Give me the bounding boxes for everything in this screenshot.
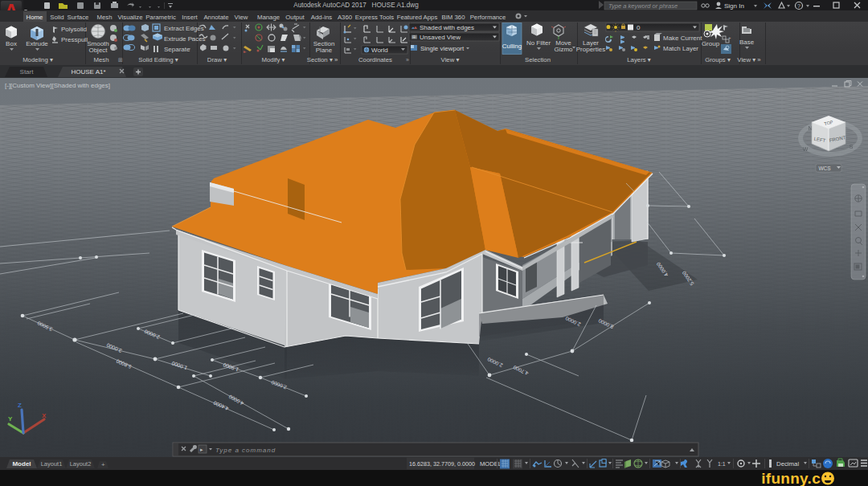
svg-text:Gizmo: Gizmo bbox=[554, 46, 573, 53]
svg-text:⊞: ⊞ bbox=[412, 35, 416, 39]
svg-text:Add-ins: Add-ins bbox=[311, 14, 333, 21]
svg-text:Shaded with edges: Shaded with edges bbox=[420, 24, 474, 31]
svg-text:Object: Object bbox=[88, 47, 108, 54]
svg-text:World: World bbox=[371, 47, 388, 54]
svg-text:Solid: Solid bbox=[50, 14, 63, 21]
svg-text:A360: A360 bbox=[338, 14, 353, 21]
svg-text:Model: Model bbox=[12, 460, 31, 468]
svg-text:MODEL: MODEL bbox=[480, 460, 502, 468]
svg-text:WCS: WCS bbox=[818, 165, 831, 171]
svg-text:Box: Box bbox=[6, 40, 17, 47]
svg-text:Decimal: Decimal bbox=[776, 460, 799, 468]
svg-text:1:1: 1:1 bbox=[718, 461, 726, 467]
svg-text:Featured Apps: Featured Apps bbox=[397, 14, 438, 21]
svg-text:Modeling ▾: Modeling ▾ bbox=[23, 56, 53, 63]
svg-text:No Filter: No Filter bbox=[526, 39, 551, 47]
svg-text:HOUSE A1*: HOUSE A1* bbox=[71, 68, 105, 76]
svg-text:S: S bbox=[850, 144, 854, 149]
svg-text:Presspull: Presspull bbox=[61, 36, 88, 43]
svg-text:Culling: Culling bbox=[502, 43, 522, 50]
svg-text:BIM 360: BIM 360 bbox=[441, 14, 465, 21]
svg-text:Group: Group bbox=[702, 40, 720, 47]
svg-text:16.6283, 32.7709, 0.0000: 16.6283, 32.7709, 0.0000 bbox=[409, 460, 475, 468]
svg-text:Output: Output bbox=[285, 14, 305, 21]
svg-text:Section ▾ »: Section ▾ » bbox=[307, 56, 338, 63]
svg-text:Y: Y bbox=[8, 415, 13, 423]
svg-text:View ▾ »: View ▾ » bbox=[737, 56, 761, 63]
svg-text:Make Current: Make Current bbox=[663, 35, 702, 42]
svg-text:Start: Start bbox=[20, 68, 35, 76]
svg-text:Layers ▾: Layers ▾ bbox=[627, 56, 651, 63]
svg-text:Layout2: Layout2 bbox=[70, 460, 92, 468]
svg-text:Layout1: Layout1 bbox=[41, 460, 63, 468]
svg-text:Mesh: Mesh bbox=[93, 56, 108, 63]
svg-text:+: + bbox=[728, 35, 731, 40]
svg-text:Polysolid: Polysolid bbox=[61, 26, 87, 33]
svg-text:Modify ▾: Modify ▾ bbox=[261, 56, 285, 63]
svg-text:Coordinates: Coordinates bbox=[358, 56, 392, 63]
svg-text:[-][Custom View][Shaded with e: [-][Custom View][Shaded with edges] bbox=[5, 82, 110, 89]
svg-text:View ▾: View ▾ bbox=[441, 56, 460, 63]
svg-text:Performance: Performance bbox=[470, 14, 506, 21]
svg-text:Z: Z bbox=[18, 402, 22, 409]
svg-text:»: » bbox=[406, 57, 409, 63]
svg-text:Extrude: Extrude bbox=[26, 40, 48, 47]
svg-text:Type a keyword or phrase: Type a keyword or phrase bbox=[608, 2, 678, 10]
svg-text:Solid Editing ▾: Solid Editing ▾ bbox=[138, 56, 178, 63]
svg-text:Visualize: Visualize bbox=[117, 14, 142, 21]
svg-text:ifunny.c: ifunny.c bbox=[761, 470, 821, 486]
svg-text:Extract Edges: Extract Edges bbox=[164, 25, 204, 32]
svg-text:Unsaved View: Unsaved View bbox=[420, 34, 461, 41]
svg-text:X: X bbox=[42, 412, 47, 419]
svg-text:View: View bbox=[235, 14, 248, 21]
svg-text:Draw ▾: Draw ▾ bbox=[207, 56, 227, 63]
svg-text:+: + bbox=[101, 461, 105, 468]
svg-text:▸: ▸ bbox=[200, 447, 203, 452]
svg-text:Match Layer: Match Layer bbox=[663, 45, 698, 52]
svg-text:Properties: Properties bbox=[576, 46, 605, 53]
svg-text:Insert: Insert bbox=[182, 14, 198, 21]
svg-text:Surface: Surface bbox=[68, 14, 89, 21]
svg-text:Autodesk AutoCAD 2017 HOUSE: Autodesk AutoCAD 2017 HOUSE A1.dwg bbox=[293, 2, 419, 9]
svg-text:Plane: Plane bbox=[316, 47, 333, 54]
svg-text:Groups ▾: Groups ▾ bbox=[705, 56, 731, 63]
svg-text:Parametric: Parametric bbox=[145, 14, 176, 21]
svg-text:Manage: Manage bbox=[257, 14, 280, 21]
svg-text:Express Tools: Express Tools bbox=[355, 14, 394, 21]
svg-text:Home: Home bbox=[27, 14, 43, 21]
svg-text:Base: Base bbox=[739, 39, 755, 46]
svg-text:Single viewport: Single viewport bbox=[420, 45, 465, 52]
svg-text:Selection: Selection bbox=[525, 56, 551, 63]
svg-text:0: 0 bbox=[637, 24, 641, 31]
svg-text:Separate: Separate bbox=[164, 46, 190, 53]
svg-text:Mesh: Mesh bbox=[96, 14, 112, 21]
svg-text:Type a command: Type a command bbox=[215, 447, 276, 454]
svg-text:?: ? bbox=[797, 3, 800, 9]
svg-text:Sign In: Sign In bbox=[724, 2, 744, 10]
svg-text:W: W bbox=[803, 146, 809, 152]
svg-text:Extrude Faces: Extrude Faces bbox=[164, 35, 206, 43]
svg-text:Annotate: Annotate bbox=[203, 14, 228, 21]
svg-text:⊞: ⊞ bbox=[118, 57, 123, 63]
